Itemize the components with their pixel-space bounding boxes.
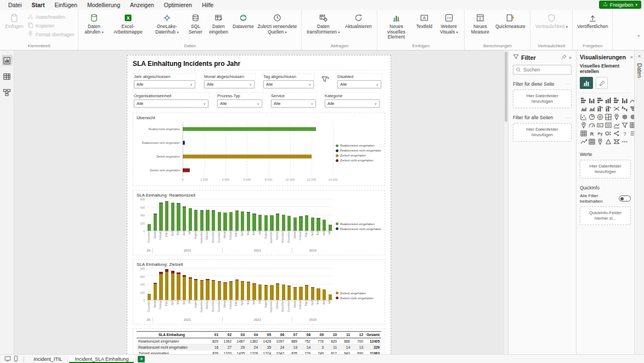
arcgis-map-icon[interactable] bbox=[596, 138, 603, 145]
share-button[interactable]: Freigeben ▾ bbox=[599, 1, 641, 9]
slicer-icon[interactable] bbox=[621, 121, 628, 129]
column-september[interactable] bbox=[200, 210, 204, 231]
column-juli[interactable] bbox=[329, 225, 332, 231]
map-icon[interactable] bbox=[613, 113, 620, 120]
paste-button[interactable]: Einfügen bbox=[3, 11, 26, 30]
slicer-dropdown-jahr-abgeschlossen[interactable]: Alle∨ bbox=[134, 80, 195, 88]
slicer-dropdown-kategorie[interactable]: Alle∨ bbox=[325, 99, 380, 108]
bar-segment-zielzeit-eingehalten[interactable] bbox=[323, 289, 326, 300]
column-juni[interactable] bbox=[183, 206, 186, 231]
bar-segment-zielzeit-eingehalten[interactable] bbox=[299, 287, 302, 300]
column-dezember[interactable] bbox=[287, 286, 291, 300]
menu-anzeigen[interactable]: Anzeigen bbox=[125, 2, 159, 8]
bar-segment-reaktionszeit-eingehalten[interactable] bbox=[241, 211, 244, 231]
scrollbar-thumb[interactable] bbox=[505, 52, 507, 122]
data-pane-label[interactable]: Daten bbox=[636, 63, 642, 78]
more-options-icon[interactable]: ··· bbox=[566, 82, 572, 87]
uebersicht-chart[interactable]: Übersicht Reaktionszeit eingehaltenReakt… bbox=[133, 113, 385, 186]
page-filters-drop-area[interactable]: Hier Datenfelder hinzufügen bbox=[513, 90, 572, 108]
column-mai[interactable] bbox=[177, 203, 180, 231]
column-oktober[interactable] bbox=[276, 283, 279, 300]
bar-segment-reaktionszeit-eingehalten[interactable] bbox=[287, 216, 291, 231]
bar-segment-reaktionszeit-eingehalten[interactable] bbox=[171, 203, 174, 231]
column-juni[interactable] bbox=[183, 275, 186, 300]
bar-segment-zielzeit-eingehalten[interactable] bbox=[305, 286, 308, 300]
column-märz[interactable] bbox=[235, 210, 239, 231]
decomposition-tree-icon[interactable] bbox=[613, 130, 620, 137]
column-oktober[interactable] bbox=[206, 279, 209, 300]
bar-segment-reaktionszeit-eingehalten[interactable] bbox=[177, 204, 180, 231]
bar-zielzeit-nicht-eingehalten[interactable] bbox=[183, 168, 190, 172]
azure-map-icon[interactable] bbox=[580, 121, 587, 129]
copy-button[interactable]: Kopieren bbox=[26, 21, 75, 30]
column-november[interactable] bbox=[282, 215, 285, 231]
column-februar[interactable] bbox=[159, 203, 162, 231]
bar-segment-zielzeit-eingehalten[interactable] bbox=[311, 288, 314, 300]
data-view-icon[interactable] bbox=[2, 71, 13, 82]
menu-einfuegen[interactable]: Einfügen bbox=[49, 2, 82, 8]
slicer-dropdown-organisationseinheit[interactable]: Alle∨ bbox=[134, 99, 208, 108]
bar-segment-zielzeit-eingehalten[interactable] bbox=[206, 280, 209, 300]
column-juni[interactable] bbox=[252, 214, 256, 231]
bar-segment-reaktionszeit-eingehalten[interactable] bbox=[299, 217, 302, 231]
filled-map-icon[interactable] bbox=[621, 113, 628, 120]
slicer-dropdown-disabled[interactable]: Alle∨ bbox=[337, 80, 381, 88]
area-chart-icon[interactable] bbox=[580, 105, 587, 112]
column-august[interactable] bbox=[194, 279, 197, 300]
column-april[interactable] bbox=[311, 287, 314, 300]
format-visual-icon[interactable] bbox=[596, 77, 608, 89]
column-dezember[interactable] bbox=[218, 212, 221, 231]
column-juli[interactable] bbox=[258, 284, 262, 300]
clustered-column-chart-icon[interactable] bbox=[605, 97, 612, 104]
filter-search-input[interactable] bbox=[523, 67, 569, 72]
bar-segment-reaktionszeit-eingehalten[interactable] bbox=[329, 225, 332, 231]
legend-item-zielzeit-eingehalten[interactable]: Zielzeit eingehalten bbox=[336, 154, 381, 157]
key-influencers-icon[interactable] bbox=[605, 130, 612, 137]
bar-reaktionszeit-nicht-eingehalten[interactable] bbox=[183, 141, 185, 144]
bar-segment-zielzeit-eingehalten[interactable] bbox=[148, 294, 151, 300]
more-visuals-button[interactable]: Weitere Visuals ▾ bbox=[436, 11, 461, 35]
bar-segment-zielzeit-eingehalten[interactable] bbox=[229, 282, 233, 300]
mobile-layout-icon[interactable] bbox=[13, 355, 19, 363]
bar-segment-reaktionszeit-eingehalten[interactable] bbox=[183, 207, 186, 231]
bar-segment-reaktionszeit-eingehalten[interactable] bbox=[235, 210, 239, 231]
funnel-x-icon[interactable] bbox=[321, 76, 330, 86]
bar-segment-zielzeit-eingehalten[interactable] bbox=[183, 277, 186, 300]
enter-data-button[interactable]: Daten eingeben bbox=[206, 11, 230, 35]
metrics-icon[interactable] bbox=[580, 138, 587, 145]
bar-segment-reaktionszeit-eingehalten[interactable] bbox=[293, 217, 297, 231]
menu-modellierung[interactable]: Modellierung bbox=[82, 2, 125, 8]
bar-segment-zielzeit-eingehalten[interactable] bbox=[200, 281, 204, 300]
column-januar[interactable] bbox=[223, 282, 227, 300]
kpi-icon[interactable] bbox=[613, 121, 620, 129]
column-dezember[interactable] bbox=[148, 294, 151, 300]
new-measure-button[interactable]: Σ Neues Measure bbox=[467, 11, 493, 35]
cut-button[interactable]: Ausschneiden bbox=[26, 13, 75, 21]
bar-segment-reaktionszeit-eingehalten[interactable] bbox=[223, 213, 227, 231]
column-november[interactable] bbox=[212, 280, 215, 300]
bar-segment-reaktionszeit-eingehalten[interactable] bbox=[159, 203, 162, 231]
menu-optimieren[interactable]: Optimieren bbox=[159, 2, 197, 8]
bar-segment-reaktionszeit-eingehalten[interactable] bbox=[206, 210, 209, 231]
legend-item-reaktionszeit-eingehalten[interactable]: Reaktionszeit eingehalten bbox=[336, 144, 381, 147]
column-august[interactable] bbox=[264, 285, 268, 300]
column-januar[interactable] bbox=[154, 283, 157, 300]
r-script-visual-icon[interactable]: R bbox=[588, 130, 595, 137]
column-november[interactable] bbox=[282, 284, 285, 300]
bar-segment-reaktionszeit-eingehalten[interactable] bbox=[154, 214, 157, 231]
bar-segment-reaktionszeit-eingehalten[interactable] bbox=[276, 214, 279, 231]
bar-segment-reaktionszeit-eingehalten[interactable] bbox=[229, 212, 233, 231]
python-visual-icon[interactable]: Py bbox=[596, 130, 603, 137]
bar-segment-zielzeit-eingehalten[interactable] bbox=[212, 281, 215, 300]
bar-segment-reaktionszeit-eingehalten[interactable] bbox=[323, 220, 326, 231]
keep-all-filters-toggle[interactable] bbox=[619, 196, 631, 202]
pie-chart-icon[interactable] bbox=[588, 113, 595, 120]
new-visual-button[interactable]: Neues visuelles Element bbox=[380, 11, 412, 40]
column-april[interactable] bbox=[171, 271, 174, 300]
collapse-visualizations-pane-icon[interactable]: » bbox=[630, 54, 633, 60]
format-painter-button[interactable]: Format übertragen bbox=[26, 30, 75, 38]
bar-segment-zielzeit-eingehalten[interactable] bbox=[317, 288, 320, 300]
report-view-icon[interactable] bbox=[2, 55, 13, 66]
legend-item-reaktionszeit-eingehalten[interactable]: Reaktionszeit eingehalten bbox=[336, 222, 381, 226]
column-juni[interactable] bbox=[323, 220, 326, 231]
